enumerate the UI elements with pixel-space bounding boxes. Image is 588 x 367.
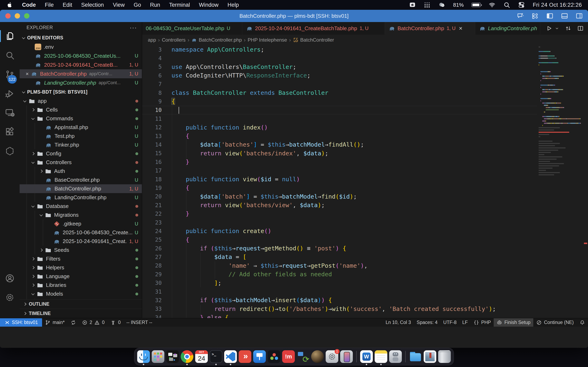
breadcrumb-item[interactable]: app — [148, 37, 156, 43]
code-line-24[interactable]: 24 public function create() — [142, 227, 537, 235]
code-editor[interactable]: 3namespace App\Controllers;45use App\Con… — [142, 45, 588, 318]
code-line-10[interactable]: 10 — [142, 106, 537, 114]
grid-dots-icon[interactable] — [424, 1, 431, 8]
tree-item-batchcontroller-php[interactable]: BatchController.php1, U — [20, 184, 142, 193]
tree-item-filters[interactable]: Filters — [20, 254, 142, 263]
tree-item-language[interactable]: Language — [20, 272, 142, 281]
chat-sparkle-icon[interactable] — [517, 12, 524, 20]
close-icon[interactable]: × — [24, 71, 31, 77]
dock-item-word[interactable]: W — [360, 350, 373, 363]
tree-item-controllers[interactable]: Controllers — [20, 158, 142, 167]
code-line-7[interactable]: 7 — [142, 80, 537, 89]
line-number[interactable]: 29 — [142, 271, 162, 277]
dock-item-red-chevrons[interactable]: » — [239, 350, 251, 363]
menu-clock[interactable]: Fri 24 Oct 16:22:26 — [533, 2, 582, 8]
open-editors-header[interactable]: OPEN EDITORS — [20, 33, 142, 42]
dock-item-launchpad[interactable] — [152, 350, 164, 363]
battery-icon[interactable] — [471, 3, 481, 7]
line-number[interactable]: 4 — [142, 55, 162, 61]
dock-item-sphere[interactable] — [311, 350, 324, 363]
code-line-13[interactable]: 13 { — [142, 132, 537, 140]
dock-item-vscode[interactable] — [224, 350, 237, 363]
line-number[interactable]: 24 — [142, 228, 162, 234]
panel-right-icon[interactable] — [575, 12, 583, 20]
dock-item-folder[interactable] — [409, 350, 422, 363]
line-number[interactable]: 12 — [142, 124, 162, 131]
line-number[interactable]: 6 — [142, 72, 162, 79]
layout-customize-icon[interactable] — [531, 12, 539, 20]
status-bell[interactable] — [577, 318, 588, 327]
status-spaces-4[interactable]: Spaces: 4 — [414, 318, 440, 327]
code-line-34[interactable]: 34 } else { — [142, 313, 537, 318]
line-number[interactable]: 3 — [142, 47, 162, 53]
code-line-30[interactable]: 30 ]; — [142, 279, 537, 287]
code-line-5[interactable]: 5use App\Controllers\BaseController; — [142, 63, 537, 71]
breadcrumb-item[interactable]: PHP Intelephense — [248, 37, 287, 43]
minimap[interactable] — [537, 45, 583, 318]
code-line-6[interactable]: 6use CodeIgniter\HTTP\ResponseInterface; — [142, 71, 537, 80]
code-line-28[interactable]: 28 'name' ⇒ $this→request→getPost('name'… — [142, 261, 537, 270]
status-2[interactable]: 20 — [79, 318, 108, 327]
title-bar[interactable]: BatchController.php — plms-bdt [SSH: bts… — [0, 10, 588, 22]
breadcrumb-item[interactable]: BatchController — [293, 37, 334, 43]
line-number[interactable]: 5 — [142, 64, 162, 70]
dock-item-image-file[interactable] — [424, 350, 436, 363]
timeline-section[interactable]: TIMELINE — [20, 309, 142, 318]
panel-bottom-icon[interactable] — [561, 12, 568, 20]
tree-item--gitkeep[interactable]: .gitkeepU — [20, 219, 142, 228]
spotlight-search-icon[interactable] — [503, 1, 510, 8]
menu-item-window[interactable]: Window — [199, 2, 218, 8]
tree-item-landingcontroller-php[interactable]: LandingController.phpU — [20, 193, 142, 202]
line-number[interactable]: 11 — [142, 116, 162, 122]
overview-ruler[interactable] — [583, 45, 588, 318]
open-editor-item[interactable]: 2025-10-24-091641_CreateB...1, U — [20, 60, 142, 69]
code-line-27[interactable]: 27 $data = [ — [142, 253, 537, 261]
line-number[interactable]: 33 — [142, 306, 162, 312]
line-number[interactable]: 28 — [142, 262, 162, 269]
outline-section[interactable]: OUTLINE — [20, 299, 142, 309]
code-line-8[interactable]: 8class BatchController extends BaseContr… — [142, 89, 537, 97]
code-line-21[interactable]: 21 return view('batches/view', $data); — [142, 201, 537, 209]
status-finish-setup[interactable]: Finish Setup — [494, 318, 533, 327]
code-line-25[interactable]: 25 { — [142, 235, 537, 244]
status-ln-10-col-3[interactable]: Ln 10, Col 3 — [383, 318, 414, 327]
code-line-4[interactable]: 4 — [142, 54, 537, 62]
dock-item-mattermost[interactable]: !m — [282, 350, 295, 363]
split-editor-icon[interactable] — [577, 25, 584, 32]
tree-item-helpers[interactable]: Helpers — [20, 263, 142, 272]
menu-item-edit[interactable]: Edit — [63, 2, 72, 8]
open-editor-item[interactable]: LandingController.phpapp/Cont...U — [20, 78, 142, 87]
tab-06-084530-createusertable-php[interactable]: 06-084530_CreateUserTable.phpU — [142, 22, 242, 35]
tree-item-appinstall-php[interactable]: AppInstall.phpU — [20, 123, 142, 132]
line-number[interactable]: 10 — [142, 107, 162, 113]
dock-item-calendar[interactable]: OCT24 — [195, 350, 208, 363]
line-number[interactable]: 19 — [142, 185, 162, 191]
run-icon[interactable] — [545, 25, 553, 32]
tree-item-cells[interactable]: Cells — [20, 105, 142, 114]
switch-editors-icon[interactable] — [565, 25, 572, 32]
dock-item-resolve[interactable] — [268, 350, 280, 363]
open-editor-item[interactable]: .ENV.env — [20, 42, 142, 51]
dock-item-terminal[interactable]: >_ — [210, 350, 222, 363]
line-number[interactable]: 7 — [142, 81, 162, 87]
code-line-15[interactable]: 15 return view('batches/index', $data); — [142, 149, 537, 158]
code-line-18[interactable]: 18 public function view($id = null) — [142, 175, 537, 184]
open-editor-item[interactable]: 2025-10-06-084530_CreateUs...U — [20, 51, 142, 60]
line-number[interactable]: 23 — [142, 219, 162, 226]
code-line-14[interactable]: 14 $data['batches'] = $this→batchModel→f… — [142, 140, 537, 149]
activity-source-control[interactable]: 122 — [0, 65, 20, 84]
menu-item-view[interactable]: View — [113, 2, 125, 8]
code-line-17[interactable]: 17 — [142, 166, 537, 175]
status-ssh-btsv01[interactable]: SSH: btsv01 — [0, 318, 42, 327]
line-number[interactable]: 13 — [142, 133, 162, 139]
tab-landingcontroller-ph[interactable]: LandingController.ph — [475, 22, 540, 35]
menu-item-code[interactable]: Code — [22, 2, 36, 8]
status--insert-[interactable]: -- INSERT -- — [123, 318, 155, 327]
status-continue-ne-[interactable]: Continue (NE) — [533, 318, 577, 327]
menu-item-terminal[interactable]: Terminal — [169, 2, 190, 8]
tree-item-2025-10-06-084530-create-[interactable]: 2025-10-06-084530_Create...U — [20, 228, 142, 237]
line-number[interactable]: 21 — [142, 202, 162, 208]
control-center-icon[interactable] — [518, 1, 525, 8]
wifi-icon[interactable] — [489, 1, 495, 8]
code-line-9[interactable]: 9{ — [142, 97, 537, 106]
